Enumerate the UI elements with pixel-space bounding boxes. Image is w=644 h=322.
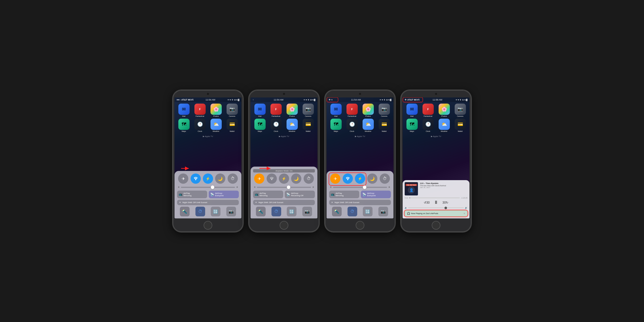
mail-icon-3: ✉ xyxy=(330,104,342,115)
moon-toggle-3[interactable]: 🌙 xyxy=(367,174,377,184)
timer-btn-3[interactable]: ⏱ xyxy=(348,207,357,216)
rewind-30-btn-4[interactable]: ↺30 xyxy=(424,201,430,204)
photos-label-1: Photos xyxy=(213,115,219,117)
home-btn-3[interactable] xyxy=(356,221,364,230)
airplay-icon-2: 📺 xyxy=(255,193,258,196)
brightness-slider-3[interactable]: ☀ ☀ xyxy=(329,186,391,189)
pause-btn-4[interactable]: ⏸ xyxy=(434,200,438,205)
app-maps-2[interactable]: 🗺 Maps xyxy=(253,119,267,132)
app-clock-4[interactable]: 🕐 Clock xyxy=(421,119,435,132)
photos-icon-1: 🌸 xyxy=(210,104,222,115)
airplay-btn-3[interactable]: 📺 AirPlayMirroring xyxy=(329,191,359,198)
episode-title-4: 113 – Theo Epstein xyxy=(420,182,467,184)
airplay-btn-2[interactable]: 📺 AirPlayMirroring xyxy=(253,191,283,198)
album-art-4: THE AXE FILES 👤 xyxy=(405,182,418,195)
app-camera-4[interactable]: 📷 Camera xyxy=(453,104,467,117)
app-grid-2: ✉ Mail F Fantastical 🌸 Photos 📷 Camera xyxy=(251,102,317,134)
app-fantastical-1[interactable]: F Fantastical xyxy=(193,104,207,117)
camera-tool-btn-3[interactable]: 📷 xyxy=(378,207,388,216)
calc-btn-2[interactable]: 🔢 xyxy=(287,207,296,216)
airplane-toggle-2[interactable]: ✈ xyxy=(254,174,264,184)
airdrop-icon-3: 📡 xyxy=(362,193,366,196)
bluetooth-toggle-2[interactable]: ⚡ xyxy=(279,174,289,184)
wifi-toggle-2[interactable] xyxy=(267,174,277,184)
camera-tool-btn-1[interactable]: 📷 xyxy=(226,207,236,216)
airdrop-btn-1[interactable]: 📡 AirDrop:Everyone xyxy=(209,191,239,198)
app-camera-3[interactable]: 📷 Camera xyxy=(377,104,391,117)
status-bar-wrapper-3: ✈ ≈ 11:54 AM ✦ ♥ ⬆ 92%▓ xyxy=(327,97,393,102)
home-btn-2[interactable] xyxy=(280,221,288,230)
moon-toggle-2[interactable]: 🌙 xyxy=(291,174,301,184)
flashlight-btn-2[interactable]: 🔦 xyxy=(256,207,266,216)
night-shift-btn-1[interactable]: ☀ Night Shift: Off Until Sunset xyxy=(177,200,239,205)
fantastical-label-1: Fantastical xyxy=(196,115,204,117)
brightness-slider-1[interactable]: ☀ ☀ xyxy=(177,186,239,189)
app-clock-2[interactable]: 🕐 Clock xyxy=(269,119,283,132)
app-photos-2[interactable]: 🌸 Photos xyxy=(285,104,299,117)
airplane-toggle-1[interactable]: ✈ xyxy=(178,174,188,184)
app-fantastical-4[interactable]: F Fantastical xyxy=(421,104,435,117)
forward-30-btn-4[interactable]: 30↻ xyxy=(442,201,448,204)
airplay-btn-1[interactable]: 📺 AirPlayMirroring xyxy=(177,191,207,198)
app-camera-2[interactable]: 📷 Camera xyxy=(301,104,315,117)
app-mail-4[interactable]: ✉ Mail xyxy=(405,104,419,117)
home-btn-1[interactable] xyxy=(204,221,212,230)
camera-icon-3: 📷 xyxy=(379,104,390,115)
app-mail-3[interactable]: ✉ Mail xyxy=(329,104,343,117)
bluetooth-toggle-1[interactable]: ⚡ xyxy=(203,174,213,184)
apple-tv-row-3: ▶ Apple TV xyxy=(327,134,393,139)
app-photos-1[interactable]: 🌸 Photos xyxy=(209,104,223,117)
app-photos-4[interactable]: 🌸 Photos xyxy=(437,104,451,117)
night-shift-label-2: Night Shift: Off Until Sunset xyxy=(258,201,283,204)
app-weather-1[interactable]: ⛅ Weather xyxy=(209,119,223,132)
control-center-1: ✈ ⚡ 🌙 ⏱ ☀ ☀ xyxy=(175,171,241,218)
night-shift-btn-2[interactable]: ☀ Night Shift: Off Until Sunset xyxy=(253,200,315,205)
app-clock-1[interactable]: 🕐 Clock xyxy=(193,119,207,132)
home-btn-4[interactable] xyxy=(432,221,440,230)
app-weather-2[interactable]: ⛅ Weather xyxy=(285,119,299,132)
timer-toggle-2[interactable]: ⏱ xyxy=(304,174,314,184)
flashlight-btn-1[interactable]: 🔦 xyxy=(180,207,190,216)
calc-btn-1[interactable]: 🔢 xyxy=(211,207,220,216)
time-elapsed-4: 0:12 xyxy=(405,197,408,199)
wifi-toggle-1[interactable] xyxy=(191,174,201,184)
app-weather-4[interactable]: ⛅ Weather xyxy=(437,119,451,132)
clock-label-3: Clock xyxy=(350,130,354,132)
app-fantastical-3[interactable]: F Fantastical xyxy=(345,104,359,117)
timer-toggle-1[interactable]: ⏱ xyxy=(228,174,238,184)
app-wallet-4[interactable]: 💳 Wallet xyxy=(453,119,467,132)
control-center-2: Airplane Mode: On ✈ ⚡ 🌙 ⏱ ☀ xyxy=(251,167,317,218)
timer-btn-2[interactable]: ⏱ xyxy=(271,207,281,216)
app-photos-3[interactable]: 🌸 Photos xyxy=(361,104,375,117)
app-maps-1[interactable]: 🗺 Maps xyxy=(177,119,191,132)
timer-toggle-3[interactable]: ⏱ xyxy=(380,174,390,184)
airdrop-btn-3[interactable]: 📡 AirDrop:Everyone xyxy=(361,191,391,198)
timer-btn-1[interactable]: ⏱ xyxy=(195,207,205,216)
app-wallet-1[interactable]: 💳 Wallet xyxy=(225,119,239,132)
app-weather-3[interactable]: ⛅ Weather xyxy=(361,119,375,132)
app-clock-3[interactable]: 🕐 Clock xyxy=(345,119,359,132)
maps-icon-4: 🗺 xyxy=(406,119,418,130)
vol-track-4 xyxy=(408,207,464,208)
app-wallet-2[interactable]: 💳 Wallet xyxy=(301,119,315,132)
app-mail-2[interactable]: ✉ Mail xyxy=(253,104,267,117)
clock-icon-1: 🕐 xyxy=(194,119,206,130)
app-wallet-3[interactable]: 💳 Wallet xyxy=(377,119,391,132)
flashlight-btn-3[interactable]: 🔦 xyxy=(332,207,342,216)
airdrop-btn-2[interactable]: 📡 AirDrop:Receiving Off xyxy=(285,191,315,198)
app-maps-4[interactable]: 🗺 Maps xyxy=(405,119,419,132)
airdrop-label-2: AirDrop:Receiving Off xyxy=(291,192,303,197)
app-fantastical-2[interactable]: F Fantastical xyxy=(269,104,283,117)
brightness-slider-2[interactable]: ☀ ☀ xyxy=(253,186,315,189)
camera-tool-btn-2[interactable]: 📷 xyxy=(302,207,312,216)
calc-btn-3[interactable]: 🔢 xyxy=(363,207,373,216)
now-playing-header-4: THE AXE FILES 👤 113 – Theo Epstein The A… xyxy=(405,182,467,195)
app-mail-1[interactable]: ✉ Mail xyxy=(177,104,191,117)
moon-toggle-1[interactable]: 🌙 xyxy=(215,174,225,184)
night-shift-btn-3[interactable]: ☀ Night Shift: Off Until Sunset xyxy=(329,200,391,205)
app-maps-3[interactable]: 🗺 Maps xyxy=(329,119,343,132)
phone-3: ✈ ≈ 11:54 AM ✦ ♥ ⬆ 92%▓ ✉ Mail F F xyxy=(324,90,396,232)
apple-tv-row-2: ▶ Apple TV xyxy=(251,134,317,139)
camera-dot-1 xyxy=(207,93,209,95)
app-camera-1[interactable]: 📷 Camera xyxy=(225,104,239,117)
